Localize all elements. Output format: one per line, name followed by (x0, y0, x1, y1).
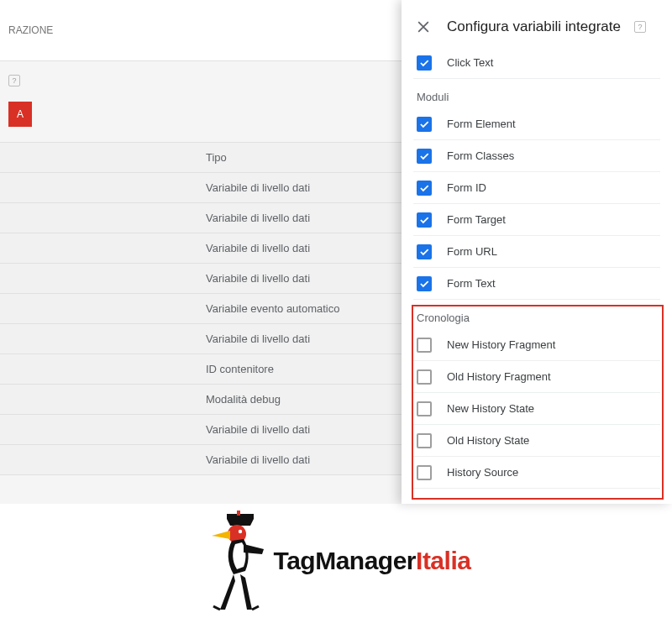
svg-marker-6 (244, 544, 264, 554)
checkbox-checked-icon[interactable] (417, 276, 432, 291)
panel-title: Configura variabili integrate (447, 18, 621, 35)
section-label: Moduli (413, 79, 660, 108)
variable-label: Form ID (447, 181, 486, 194)
breadcrumb-text: RAZIONE (8, 24, 53, 36)
svg-point-5 (238, 530, 241, 533)
checkbox-unchecked-icon[interactable] (417, 401, 432, 416)
variable-item[interactable]: History Source (413, 457, 660, 489)
svg-marker-7 (220, 574, 235, 610)
configure-variables-panel: Configura variabili integrate ? Click Te… (402, 0, 672, 504)
variable-label: Form Element (447, 118, 516, 130)
checkbox-checked-icon[interactable] (417, 149, 432, 164)
checkbox-unchecked-icon[interactable] (417, 338, 432, 353)
checkbox-unchecked-icon[interactable] (417, 433, 432, 448)
variable-item[interactable]: Old History State (413, 425, 660, 457)
question-icon: ? (8, 75, 20, 86)
variable-label: New History Fragment (447, 338, 555, 351)
variable-label: Click Text (447, 56, 493, 69)
table-column-label: Tipo (206, 151, 227, 164)
table-cell-type: Variabile di livello dati (206, 181, 310, 194)
checkbox-unchecked-icon[interactable] (417, 465, 432, 480)
svg-marker-4 (212, 531, 230, 539)
variable-label: History Source (447, 466, 518, 479)
table-cell-type: Modalità debug (206, 393, 281, 406)
variable-label: Form Target (447, 213, 506, 226)
variable-label: Old History Fragment (447, 370, 551, 383)
primary-action-button[interactable]: A (8, 102, 32, 127)
variable-label: Form URL (447, 245, 497, 258)
primary-action-label: A (17, 108, 24, 120)
variable-item[interactable]: Old History Fragment (413, 361, 660, 393)
checkbox-checked-icon[interactable] (417, 181, 432, 196)
svg-marker-1 (227, 519, 254, 526)
svg-rect-2 (237, 511, 240, 516)
variable-label: Form Text (447, 277, 496, 290)
question-icon[interactable]: ? (634, 21, 646, 33)
table-cell-type: Variabile di livello dati (206, 272, 310, 285)
variable-item[interactable]: New History Fragment (413, 329, 660, 361)
woodpecker-icon (202, 511, 269, 611)
variable-item[interactable]: Form URL (413, 236, 660, 268)
svg-line-9 (213, 606, 220, 610)
variable-item[interactable]: New History State (413, 393, 660, 425)
checkbox-checked-icon[interactable] (417, 55, 432, 71)
brand-logo: TagManagerItalia (0, 511, 672, 611)
table-cell-type: Variabile di livello dati (206, 423, 310, 436)
variable-item[interactable]: Form Classes (413, 140, 660, 172)
table-cell-type: Variabile di livello dati (206, 242, 310, 254)
variable-list: Click TextModuliForm ElementForm Classes… (402, 47, 672, 489)
table-cell-type: Variabile di livello dati (206, 453, 310, 466)
variable-label: Old History State (447, 434, 529, 447)
variable-item[interactable]: Click Text (413, 47, 660, 79)
checkbox-checked-icon[interactable] (417, 244, 432, 259)
brand-part1: TagManager (274, 547, 416, 574)
table-cell-type: Variabile di livello dati (206, 212, 310, 224)
checkbox-checked-icon[interactable] (417, 212, 432, 228)
variable-item[interactable]: Form Target (413, 204, 660, 236)
brand-part2: Italia (416, 547, 470, 574)
variable-item[interactable]: Form ID (413, 172, 660, 204)
section-label: Cronologia (413, 300, 660, 329)
panel-header: Configura variabili integrate ? (402, 0, 672, 47)
close-icon[interactable] (413, 17, 433, 37)
variable-item[interactable]: Form Element (413, 108, 660, 140)
table-cell-type: Variabile evento automatico (206, 302, 339, 315)
variable-label: New History State (447, 402, 534, 415)
brand-text: TagManagerItalia (274, 547, 471, 575)
variable-label: Form Classes (447, 149, 514, 162)
checkbox-unchecked-icon[interactable] (417, 369, 432, 385)
table-cell-type: Variabile di livello dati (206, 333, 310, 345)
svg-line-10 (252, 606, 259, 610)
checkbox-checked-icon[interactable] (417, 117, 432, 132)
variable-item[interactable]: Form Text (413, 268, 660, 300)
svg-marker-8 (240, 574, 252, 610)
table-cell-type: ID contenitore (206, 363, 274, 375)
